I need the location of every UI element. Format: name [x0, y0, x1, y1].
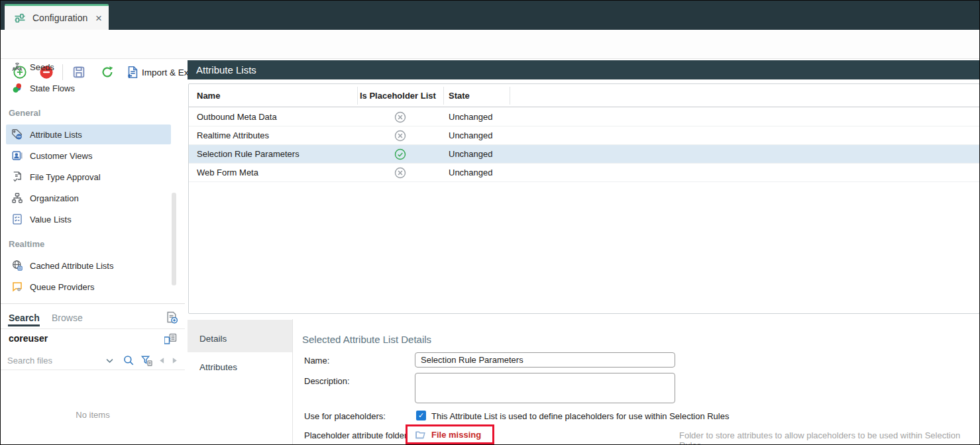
annotation-highlight-box: File missing: [406, 424, 494, 444]
table-row-selected[interactable]: Selection Rule Parameters Unchanged: [189, 145, 979, 164]
column-divider: [357, 87, 358, 105]
active-tab-underline: [8, 324, 40, 326]
cell-name: Outbound Meta Data: [197, 108, 277, 126]
sidebar-item-customer-views[interactable]: Customer Views: [6, 146, 171, 166]
globe-icon: [11, 260, 23, 272]
new-search-icon[interactable]: [165, 311, 178, 324]
panel-divider: [292, 319, 293, 445]
folder-hint-text: Folder to store attributes to allow plac…: [679, 430, 979, 445]
description-field[interactable]: [415, 373, 675, 403]
sidebar-item-label: File Type Approval: [30, 172, 101, 182]
cross-circle-icon: [394, 111, 407, 124]
placeholders-checkbox-text: This Attribute List is used to define pl…: [431, 411, 729, 421]
table-row[interactable]: Outbound Meta Data Unchanged: [189, 108, 979, 126]
column-header-name[interactable]: Name: [197, 84, 220, 107]
sidebar-item-label: Value Lists: [30, 215, 72, 224]
cell-state: Unchanged: [449, 108, 493, 126]
cell-state: Unchanged: [449, 145, 493, 164]
person-card-icon: [11, 150, 23, 162]
tab-details[interactable]: Details: [199, 334, 227, 344]
close-icon[interactable]: ×: [95, 13, 102, 24]
filter-icon[interactable]: [140, 354, 153, 367]
sidebar-item-label: State Flows: [30, 83, 75, 93]
column-header-state[interactable]: State: [449, 84, 470, 107]
column-header-is-placeholder-list[interactable]: Is Placeholder List: [360, 84, 436, 107]
tab-bar: Configuration ×: [1, 1, 980, 30]
document-check-icon: [11, 171, 23, 183]
sidebar-item-label: Customer Views: [30, 151, 92, 161]
toolbar: Import & Export History: [1, 30, 980, 59]
sidebar-item-file-type-approval[interactable]: File Type Approval: [6, 167, 171, 187]
divider: [1, 303, 185, 304]
attribute-lists-table: Name Is Placeholder List State Outbound …: [188, 83, 980, 314]
sidebar-item-label: Attribute Lists: [30, 130, 82, 140]
sidebar-item-label: Queue Providers: [30, 282, 95, 292]
cell-name: Realtime Attributes: [197, 126, 269, 145]
name-label: Name:: [304, 356, 329, 366]
divider: [1, 370, 185, 370]
cell-state: Unchanged: [449, 164, 493, 182]
checklist-document-icon: [11, 213, 23, 225]
sidebar-section-realtime: Realtime: [9, 239, 44, 249]
sidebar-item-queue-providers[interactable]: Queue Providers: [6, 277, 171, 297]
placeholders-checkbox[interactable]: ✓: [416, 411, 426, 420]
search-query: coreuser: [9, 333, 48, 344]
app-window: Configuration ×: [0, 0, 980, 445]
use-for-placeholders-label: Use for placeholders:: [304, 411, 386, 421]
sidebar-item-label: Seeds: [30, 62, 54, 72]
placeholder-folder-label: Placeholder attribute folder:: [304, 430, 409, 440]
name-field[interactable]: [415, 352, 675, 368]
tab-browse[interactable]: Browse: [52, 313, 83, 323]
org-chart-icon: [11, 192, 23, 204]
chat-gear-icon: [11, 281, 23, 293]
cell-name: Web Form Meta: [197, 164, 258, 182]
tab-attributes[interactable]: Attributes: [199, 362, 237, 372]
file-missing-button[interactable]: File missing: [431, 430, 481, 440]
previous-arrow-icon[interactable]: [158, 356, 166, 365]
open-folder-document-icon[interactable]: [164, 332, 178, 346]
tab-search[interactable]: Search: [9, 313, 40, 323]
table-header-row: Name Is Placeholder List State: [189, 84, 979, 107]
open-folder-icon: [415, 429, 426, 440]
state-flows-icon: [11, 82, 23, 94]
tab-title: Configuration: [32, 13, 95, 23]
column-divider: [443, 87, 444, 105]
check-circle-icon: [394, 148, 407, 161]
column-divider: [510, 87, 510, 105]
sidebar-section-general: General: [9, 108, 40, 118]
cell-state: Unchanged: [449, 126, 493, 145]
cross-circle-icon: [394, 129, 407, 142]
sidebar-item-cached-attribute-lists[interactable]: Cached Attribute Lists: [6, 256, 171, 275]
sidebar-scrollbar[interactable]: [172, 193, 176, 285]
chevron-down-icon[interactable]: [105, 356, 115, 366]
sidebar-item-value-lists[interactable]: Value Lists: [6, 209, 171, 229]
seeds-icon: [11, 61, 23, 73]
cross-circle-icon: [394, 166, 407, 179]
sliders-icon: [13, 11, 27, 25]
table-row[interactable]: Realtime Attributes Unchanged: [189, 126, 979, 145]
details-heading: Selected Attribute List Details: [302, 334, 431, 345]
panel-title: Attribute Lists: [188, 60, 980, 79]
search-icon[interactable]: [123, 354, 135, 366]
cell-name: Selection Rule Parameters: [197, 145, 299, 164]
tag-icon: [11, 128, 23, 140]
sidebar-item-seeds[interactable]: Seeds: [6, 57, 171, 77]
sidebar-item-label: Cached Attribute Lists: [30, 261, 113, 271]
tab-configuration[interactable]: Configuration ×: [5, 4, 109, 30]
next-arrow-icon[interactable]: [170, 356, 179, 365]
sidebar-item-attribute-lists[interactable]: Attribute Lists: [6, 124, 171, 144]
divider: [1, 328, 185, 329]
sidebar-item-label: Organization: [30, 193, 79, 203]
table-row[interactable]: Web Form Meta Unchanged: [189, 164, 979, 182]
search-files-input[interactable]: [7, 354, 103, 367]
sidebar-item-organization[interactable]: Organization: [6, 188, 171, 208]
empty-results-text: No items: [1, 410, 185, 420]
description-label: Description:: [304, 376, 350, 386]
sidebar-item-state-flows[interactable]: State Flows: [6, 78, 171, 98]
